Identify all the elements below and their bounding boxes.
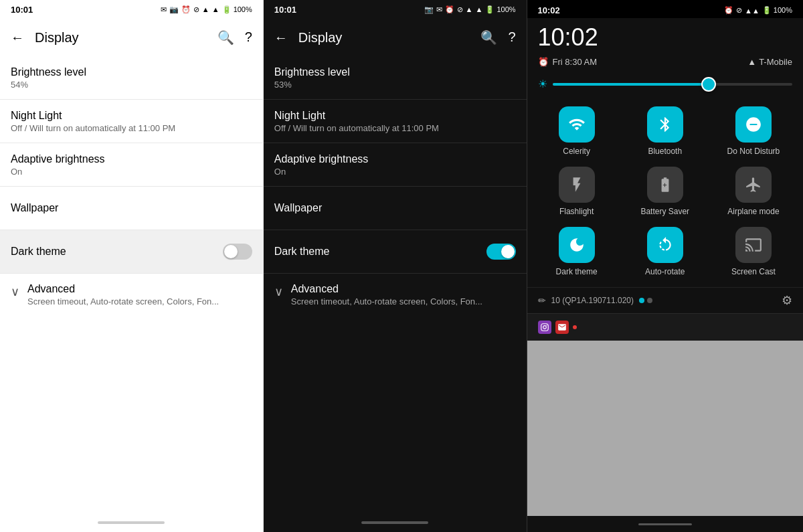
brightness-fill — [553, 83, 709, 86]
setting-dark-theme-1[interactable]: Dark theme — [0, 230, 263, 273]
instagram-icon-2: 📷 — [424, 5, 434, 14]
gmail-notif-icon — [555, 321, 569, 334]
dark-theme-toggle-2[interactable] — [486, 244, 516, 260]
back-button-2[interactable]: ← — [274, 30, 288, 46]
bottom-bar-1 — [0, 513, 263, 532]
instagram-icon-1: 📷 — [169, 5, 179, 14]
edit-icon[interactable]: ✏ — [538, 295, 546, 306]
setting-wallpaper-1[interactable]: Wallpaper — [0, 187, 263, 230]
brightness-track[interactable] — [553, 83, 792, 86]
tile-label: Auto-rotate — [645, 267, 685, 276]
setting-night-light-2[interactable]: Night Light Off / Will turn on automatic… — [264, 100, 527, 143]
setting-title: Adaptive brightness — [11, 153, 252, 165]
alarm-icon-3: ⏰ — [724, 6, 733, 15]
tile-flashlight[interactable]: Flashlight — [535, 164, 618, 219]
tile-label: Do Not Disturb — [727, 147, 780, 156]
setting-advanced-1[interactable]: ∨ Advanced Screen timeout, Auto-rotate s… — [0, 274, 263, 321]
setting-subtitle: Screen timeout, Auto-rotate screen, Colo… — [291, 296, 516, 306]
setting-text: Dark theme — [274, 246, 486, 258]
setting-night-light-1[interactable]: Night Light Off / Will turn on automatic… — [0, 100, 263, 143]
mail-icon-1: ✉ — [161, 5, 167, 14]
tile-airplane-mode[interactable]: Airplane mode — [712, 164, 795, 219]
setting-brightness-2[interactable]: Brightness level 53% — [264, 56, 527, 99]
mail-icon-2: ✉ — [436, 5, 442, 14]
notification-dot — [573, 325, 577, 329]
bluetooth-icon — [647, 106, 683, 143]
build-info-left: ✏ 10 (QP1A.190711.020) — [538, 295, 652, 306]
back-button-1[interactable]: ← — [11, 30, 24, 46]
setting-title: Wallpaper — [11, 202, 252, 214]
setting-text: Night Light Off / Will turn on automatic… — [274, 110, 516, 133]
setting-subtitle: 54% — [11, 80, 252, 90]
notif-carrier: ▲ T-Mobile — [747, 57, 792, 67]
setting-subtitle: Screen timeout, Auto-rotate screen, Colo… — [27, 296, 252, 306]
donotdisturb-icon-2: ⊘ — [457, 5, 463, 14]
carrier-name: T-Mobile — [759, 57, 792, 67]
quick-tiles-grid: Celerity Bluetooth Do Not Disturb Flashl… — [527, 98, 803, 284]
setting-subtitle: On — [11, 167, 252, 177]
tile-label: Bluetooth — [648, 147, 682, 156]
toggle-knob — [501, 245, 515, 258]
setting-adaptive-1[interactable]: Adaptive brightness On — [0, 143, 263, 186]
screen-cast-icon — [735, 227, 772, 263]
bottom-bar-3 — [527, 516, 803, 532]
tile-do-not-disturb[interactable]: Do Not Disturb — [712, 104, 795, 159]
wifi-icon-3: ▲▲ — [745, 7, 760, 15]
status-time-1: 10:01 — [11, 5, 33, 15]
notification-item[interactable] — [527, 313, 803, 341]
setting-title: Adaptive brightness — [274, 153, 516, 165]
setting-adaptive-2[interactable]: Adaptive brightness On — [264, 143, 527, 186]
setting-title: Brightness level — [274, 66, 516, 78]
app-bar-dark: ← Display 🔍 ? — [264, 19, 527, 56]
search-icon-1[interactable]: 🔍 — [217, 29, 234, 46]
notif-alarm: ⏰ Fri 8:30 AM — [538, 57, 597, 67]
tile-label: Battery Saver — [640, 207, 689, 216]
notification-time: 10:02 — [527, 18, 803, 54]
nav-indicator-1 — [98, 521, 165, 524]
tile-bluetooth[interactable]: Bluetooth — [624, 104, 707, 159]
toggle-knob — [224, 245, 238, 258]
dark-theme-toggle-1[interactable] — [223, 244, 252, 260]
setting-wallpaper-2[interactable]: Wallpaper — [264, 187, 527, 230]
dot-inactive — [647, 298, 652, 303]
setting-advanced-2[interactable]: ∨ Advanced Screen timeout, Auto-rotate s… — [264, 274, 527, 321]
panel-dark: 10:01 📷 ✉ ⏰ ⊘ ▲ ▲ 🔋 100% ← Display 🔍 ? B… — [264, 0, 527, 532]
app-bar-actions-1: 🔍 ? — [217, 29, 252, 46]
setting-title: Dark theme — [274, 246, 486, 258]
status-icons-2: 📷 ✉ ⏰ ⊘ ▲ ▲ 🔋 100% — [424, 5, 516, 14]
tile-auto-rotate[interactable]: Auto-rotate — [624, 224, 707, 279]
setting-title: Advanced — [291, 283, 516, 295]
status-time-3: 10:02 — [538, 5, 560, 15]
brightness-thumb[interactable] — [701, 77, 716, 92]
wallpaper-preview — [527, 341, 803, 516]
build-info-row: ✏ 10 (QP1A.190711.020) ⚙ — [527, 287, 803, 313]
wifi-icon-2: ▲ — [466, 5, 473, 13]
panel-notification: 10:02 ⏰ ⊘ ▲▲ 🔋 100% 10:02 ⏰ Fri 8:30 AM … — [527, 0, 803, 532]
alarm-icon-1: ⏰ — [181, 5, 191, 14]
tile-label: Flashlight — [559, 207, 594, 216]
setting-title: Night Light — [11, 110, 252, 122]
search-icon-2[interactable]: 🔍 — [480, 29, 497, 46]
setting-text: Advanced Screen timeout, Auto-rotate scr… — [291, 283, 516, 306]
alarm-icon-2: ⏰ — [445, 5, 454, 14]
help-icon-1[interactable]: ? — [245, 29, 252, 46]
setting-brightness-1[interactable]: Brightness level 54% — [0, 56, 263, 99]
page-title-1: Display — [35, 30, 207, 46]
setting-title: Dark theme — [11, 246, 223, 258]
tile-battery-saver[interactable]: Battery Saver — [624, 164, 707, 219]
tile-screen-cast[interactable]: Screen Cast — [712, 224, 795, 279]
tile-label: Celerity — [563, 147, 590, 156]
tile-celerity[interactable]: Celerity — [535, 104, 618, 159]
settings-gear-icon[interactable]: ⚙ — [782, 293, 792, 308]
build-dots — [639, 298, 652, 303]
dot-active — [639, 298, 644, 303]
instagram-notif-icon — [538, 321, 551, 334]
donotdisturb-icon-1: ⊘ — [193, 5, 199, 14]
setting-dark-theme-2[interactable]: Dark theme — [264, 230, 527, 273]
signal-icon-3: 🔋 100% — [762, 6, 792, 15]
dark-theme-icon — [559, 227, 595, 263]
carrier-signal-icon: ▲ — [747, 57, 756, 67]
tile-dark-theme[interactable]: Dark theme — [535, 224, 618, 279]
setting-title: Wallpaper — [274, 202, 516, 214]
help-icon-2[interactable]: ? — [508, 29, 515, 46]
